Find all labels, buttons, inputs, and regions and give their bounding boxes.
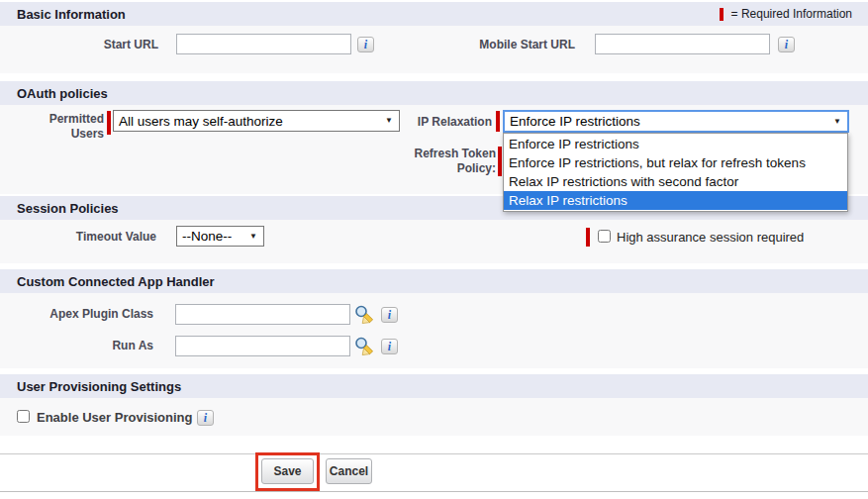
ip-relaxation-required-bar xyxy=(496,111,500,132)
permitted-users-required-bar xyxy=(107,111,111,135)
magnifier-pencil-icon xyxy=(353,304,374,325)
high-assurance-checkbox[interactable] xyxy=(598,230,611,243)
high-assurance-required-bar xyxy=(586,228,590,247)
start-url-label: Start URL xyxy=(20,38,158,52)
apex-plugin-class-input[interactable] xyxy=(175,304,350,325)
timeout-value-selected: --None-- xyxy=(182,229,232,244)
section-header-oauth-policies: OAuth policies xyxy=(0,81,868,105)
run-as-lookup-icon[interactable] xyxy=(353,336,374,356)
section-title-user-provisioning-settings: User Provisioning Settings xyxy=(17,379,181,394)
save-button[interactable]: Save xyxy=(261,458,314,484)
apex-plugin-class-lookup-icon[interactable] xyxy=(353,304,374,325)
permitted-users-select[interactable]: All users may self-authorize ▼ xyxy=(113,110,400,132)
mobile-start-url-input[interactable] xyxy=(595,34,770,54)
refresh-token-policy-required-bar xyxy=(498,147,502,176)
section-title-session-policies: Session Policies xyxy=(17,201,119,216)
magnifier-pencil-icon xyxy=(353,336,374,356)
custom-connected-app-handler-section xyxy=(0,293,868,368)
refresh-token-policy-label: Refresh Token Policy: xyxy=(376,147,496,176)
connected-app-edit-page: Basic Information = Required Information… xyxy=(0,0,868,499)
mobile-start-url-info-icon[interactable]: i xyxy=(778,37,795,52)
ip-relaxation-option-highlighted[interactable]: Relax IP restrictions xyxy=(504,191,847,210)
mobile-start-url-label: Mobile Start URL xyxy=(435,38,575,52)
ip-relaxation-label: IP Relaxation xyxy=(376,115,492,130)
apex-plugin-class-info-icon[interactable]: i xyxy=(381,307,398,323)
run-as-label: Run As xyxy=(10,339,153,353)
ip-relaxation-dropdown-list: Enforce IP restrictions Enforce IP restr… xyxy=(503,133,848,212)
chevron-down-icon: ▼ xyxy=(249,233,257,241)
timeout-value-select[interactable]: --None-- ▼ xyxy=(176,226,264,247)
chevron-down-icon: ▼ xyxy=(833,118,841,126)
section-title-oauth-policies: OAuth policies xyxy=(17,86,108,101)
section-header-custom-connected-app-handler: Custom Connected App Handler xyxy=(0,269,868,293)
section-title-basic-information: Basic Information xyxy=(17,7,126,22)
required-bar-icon xyxy=(720,8,723,21)
ip-relaxation-select[interactable]: Enforce IP restrictions ▼ xyxy=(503,110,849,133)
run-as-info-icon[interactable]: i xyxy=(381,339,398,354)
cancel-button[interactable]: Cancel xyxy=(326,458,372,484)
required-information-legend: = Required Information xyxy=(720,7,852,21)
ip-relaxation-option[interactable]: Relax IP restrictions with second factor xyxy=(504,172,847,191)
section-header-user-provisioning-settings: User Provisioning Settings xyxy=(0,374,868,398)
timeout-value-label: Timeout Value xyxy=(18,230,156,245)
enable-user-provisioning-info-icon[interactable]: i xyxy=(197,410,214,426)
enable-user-provisioning-checkbox[interactable] xyxy=(17,410,30,423)
enable-user-provisioning-label: Enable User Provisioning xyxy=(37,410,193,425)
high-assurance-label: High assurance session required xyxy=(617,230,804,245)
ip-relaxation-selected-value: Enforce IP restrictions xyxy=(510,114,640,129)
section-title-custom-connected-app-handler: Custom Connected App Handler xyxy=(17,274,215,289)
permitted-users-label: Permitted Users xyxy=(20,112,104,142)
start-url-info-icon[interactable]: i xyxy=(357,37,374,52)
ip-relaxation-option[interactable]: Enforce IP restrictions, but relax for r… xyxy=(504,153,847,172)
run-as-input[interactable] xyxy=(175,336,350,356)
apex-plugin-class-label: Apex Plugin Class xyxy=(10,307,153,322)
required-legend-text: = Required Information xyxy=(731,7,852,21)
permitted-users-selected-value: All users may self-authorize xyxy=(119,114,283,129)
ip-relaxation-option[interactable]: Enforce IP restrictions xyxy=(504,135,847,153)
footer-divider xyxy=(0,453,868,454)
bottom-divider xyxy=(0,491,868,492)
start-url-input[interactable] xyxy=(176,34,351,54)
